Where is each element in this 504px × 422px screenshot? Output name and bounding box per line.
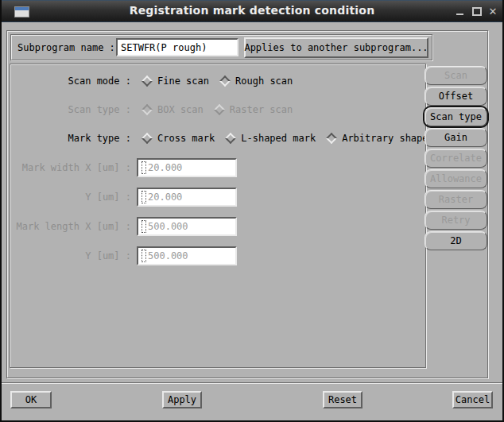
mark-length-x-value: 500.000 [148,221,188,232]
mark-width-y-label: Y [um] : [15,192,131,203]
apply-button[interactable]: Apply [162,391,202,408]
radio-diamond-icon [225,133,236,144]
radio-l-shaped-mark[interactable]: L-shaped mark [224,133,316,144]
side-button-column: Scan Offset Scan type Gain Correlate All… [425,66,487,250]
mark-width-x-value: 20.000 [148,162,182,173]
scan-mode-row: Scan mode : Fine scan Rough scan [15,74,293,88]
sidebar-button-retry-label: Retry [441,215,470,226]
radio-l-shaped-mark-label: L-shaped mark [241,133,316,144]
sidebar-button-2d-label: 2D [450,235,461,246]
sidebar-button-raster: Raster [425,190,487,209]
close-button[interactable]: ✕ [485,1,501,22]
subprogram-name-value: SETWFR(P rough) [121,42,207,53]
mark-length-x-label: Mark length X [um] : [15,221,131,232]
sidebar-button-offset[interactable]: Offset [425,87,487,106]
footer-separator [2,382,502,384]
sidebar-button-scan-type[interactable]: Scan type [425,107,487,126]
mark-length-y-label: Y [um] : [15,250,131,261]
form-panel: Scan mode : Fine scan Rough scan Scan ty… [10,64,426,368]
mark-width-y-value: 20.000 [148,192,182,203]
title-bar: Registration mark detection condition ✕ [0,0,504,22]
radio-diamond-icon [214,104,225,115]
minimize-icon [456,14,463,15]
sidebar-button-offset-label: Offset [439,91,473,102]
radio-fine-scan[interactable]: Fine scan [141,75,209,87]
radio-box-scan: BOX scan [141,104,204,115]
dialog-window: Registration mark detection condition ✕ … [0,0,504,422]
sidebar-button-allowance-label: Allowance [430,173,482,184]
window-title: Registration mark detection condition [0,4,504,17]
sidebar-button-correlate: Correlate [425,149,487,168]
mark-type-row: Mark type : Cross mark L-shaped mark Arb… [15,131,428,145]
close-icon: ✕ [489,6,498,17]
scan-type-row: Scan type : BOX scan Raster scan [15,103,293,117]
reset-button-label: Reset [328,394,357,405]
cancel-button-label: Cancel [456,394,490,405]
sidebar-button-2d[interactable]: 2D [425,231,487,250]
sidebar-button-retry: Retry [425,211,487,230]
text-caret [142,250,146,262]
radio-raster-scan-label: Raster scan [230,104,293,115]
ok-button-label: OK [25,394,37,405]
text-caret [142,191,146,203]
radio-raster-scan: Raster scan [213,104,293,115]
subprogram-name-input[interactable]: SETWFR(P rough) [116,38,238,56]
radio-diamond-icon [142,133,153,144]
maximize-button[interactable] [469,1,485,22]
scan-mode-label: Scan mode : [15,75,131,87]
mark-length-y-value: 500.000 [148,250,188,261]
subprogram-panel: Subprogram name : SETWFR(P rough) Applie… [10,34,432,60]
mark-type-label: Mark type : [15,133,131,144]
radio-arbitrary-shape-label: Arbitrary shape [342,133,428,144]
radio-arbitrary-shape[interactable]: Arbitrary shape [325,133,428,144]
mark-width-y-input: 20.000 [137,188,237,207]
applies-button-label: Applies to another subprogram... [244,42,428,53]
sidebar-button-correlate-label: Correlate [430,153,482,164]
reset-button[interactable]: Reset [323,391,362,408]
applies-to-another-subprogram-button[interactable]: Applies to another subprogram... [244,37,428,58]
sidebar-button-scan: Scan [425,66,487,85]
radio-diamond-icon [142,104,153,115]
sidebar-button-scan-label: Scan [444,70,467,81]
radio-rough-scan-label: Rough scan [235,75,293,87]
ok-button[interactable]: OK [10,391,52,408]
text-caret [142,220,146,233]
mark-width-x-label: Mark width X [um] : [15,162,131,173]
cancel-button[interactable]: Cancel [452,391,493,408]
radio-rough-scan[interactable]: Rough scan [219,75,293,87]
subprogram-name-label: Subprogram name : [17,42,115,53]
mark-length-x-input: 500.000 [137,217,237,236]
radio-cross-mark[interactable]: Cross mark [141,133,215,144]
radio-diamond-icon [326,133,337,144]
sidebar-button-gain[interactable]: Gain [425,128,487,147]
mark-width-x-input: 20.000 [137,158,237,177]
maximize-icon [472,7,482,16]
text-caret [142,161,146,174]
sidebar-button-gain-label: Gain [444,132,467,143]
sidebar-button-scan-type-label: Scan type [430,111,482,122]
mark-length-y-input: 500.000 [137,246,237,265]
sidebar-button-allowance: Allowance [425,169,487,188]
radio-box-scan-label: BOX scan [157,104,204,115]
radio-diamond-icon [142,75,153,87]
minimize-button[interactable] [452,1,467,22]
radio-diamond-icon [219,75,231,87]
radio-cross-mark-label: Cross mark [157,133,215,144]
scan-type-label: Scan type : [15,104,131,115]
sidebar-button-raster-label: Raster [439,194,473,205]
apply-button-label: Apply [168,394,196,405]
radio-fine-scan-label: Fine scan [157,75,209,87]
